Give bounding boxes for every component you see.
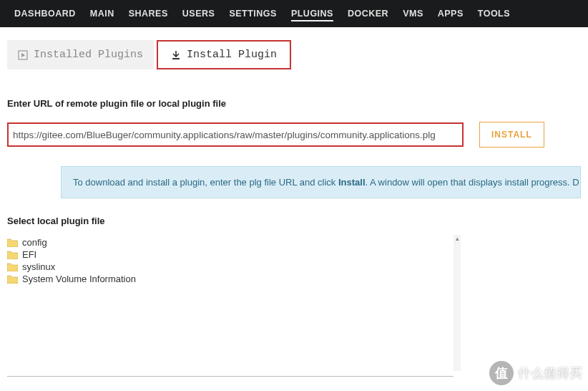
folder-icon xyxy=(7,251,18,259)
info-text-bold: Install xyxy=(338,177,366,188)
url-section-label: Enter URL of remote plugin file or local… xyxy=(7,98,581,109)
nav-main[interactable]: MAIN xyxy=(83,1,122,26)
folder-syslinux[interactable]: syslinux xyxy=(7,261,454,273)
url-row: INSTALL xyxy=(7,122,581,148)
install-button[interactable]: INSTALL xyxy=(479,122,544,148)
info-text-pre: To download and install a plugin, enter … xyxy=(73,177,338,188)
folder-icon xyxy=(7,263,18,271)
folder-efi[interactable]: EFI xyxy=(7,248,454,261)
nav-users[interactable]: USERS xyxy=(175,1,222,26)
folder-label: syslinux xyxy=(22,261,55,272)
tab-installed-label: Installed Plugins xyxy=(34,49,143,61)
tab-install-label: Install Plugin xyxy=(187,49,277,61)
nav-plugins[interactable]: PLUGINS xyxy=(284,1,340,26)
folder-icon xyxy=(7,238,18,247)
nav-shares[interactable]: SHARES xyxy=(122,1,175,26)
installed-plugins-icon xyxy=(18,50,28,60)
folder-label: config xyxy=(22,237,47,248)
svg-marker-1 xyxy=(21,53,25,57)
scroll-up-icon: ▴ xyxy=(454,235,461,242)
plugin-url-input[interactable] xyxy=(7,122,464,147)
tab-installed-plugins[interactable]: Installed Plugins xyxy=(7,40,154,69)
svg-rect-2 xyxy=(172,58,180,59)
info-text-post: . A window will open that displays insta… xyxy=(366,177,579,188)
file-tree-container: config EFI syslinux System Volume Inform… xyxy=(7,233,454,377)
top-nav: DASHBOARD MAIN SHARES USERS SETTINGS PLU… xyxy=(0,0,588,27)
folder-config[interactable]: config xyxy=(7,236,454,248)
folder-icon xyxy=(7,275,18,284)
folder-system-volume-information[interactable]: System Volume Information xyxy=(7,273,454,285)
nav-docker[interactable]: DOCKER xyxy=(340,1,396,26)
nav-dashboard[interactable]: DASHBOARD xyxy=(7,1,83,26)
nav-vms[interactable]: VMS xyxy=(396,1,431,26)
download-icon xyxy=(171,50,181,60)
info-banner: To download and install a plugin, enter … xyxy=(61,166,581,198)
nav-tools[interactable]: TOOLS xyxy=(471,1,517,26)
scrollbar[interactable]: ▴ xyxy=(454,235,461,371)
file-tree[interactable]: config EFI syslinux System Volume Inform… xyxy=(7,233,454,285)
plugin-tabs: Installed Plugins Install Plugin xyxy=(7,40,581,69)
folder-label: EFI xyxy=(22,249,36,260)
tab-install-plugin[interactable]: Install Plugin xyxy=(157,40,291,69)
nav-settings[interactable]: SETTINGS xyxy=(222,1,284,26)
nav-apps[interactable]: APPS xyxy=(431,1,471,26)
local-file-label: Select local plugin file xyxy=(7,216,581,226)
folder-label: System Volume Information xyxy=(22,274,136,284)
